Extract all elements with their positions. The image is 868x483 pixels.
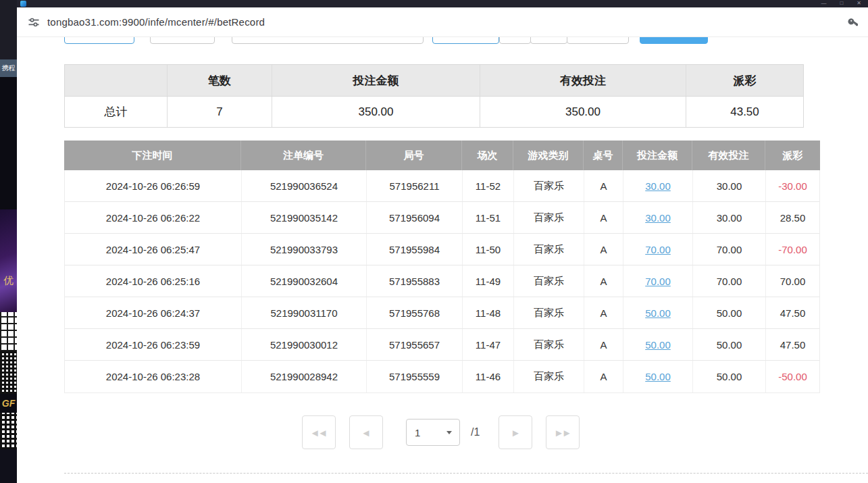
background-logo-label: GF [0,394,17,413]
game-type-cell: 百家乐 [514,170,584,201]
table-row: 2024-10-26 06:23:28 521990028942 5719555… [65,361,819,392]
summary-header-bet-amount: 投注金额 [272,65,480,96]
table-row: 2024-10-26 06:26:59 521990036524 5719562… [65,170,819,202]
payout-cell: -70.00 [766,234,819,265]
chevron-down-icon [446,431,452,434]
close-button[interactable]: ✕ [857,0,861,7]
table-no-cell: A [584,202,623,233]
order-no-cell: 521990035142 [242,202,367,233]
payout-cell: -30.00 [766,170,819,201]
bet-amount-link[interactable]: 50.00 [645,307,671,319]
background-segment [0,77,17,209]
bet-amount-link[interactable]: 70.00 [645,276,671,287]
bet-amount-cell: 50.00 [623,297,693,328]
summary-table: 笔数 投注金额 有效投注 派彩 总计 7 350.00 350.00 43.50 [64,64,804,128]
valid-bet-cell: 50.00 [693,329,766,360]
summary-header-valid-bet: 有效投注 [480,65,686,96]
filter-tab-button[interactable] [64,37,134,44]
pagination: ◄◄ ◄ 1 /1 ► ►► [302,415,580,449]
order-no-cell: 521990028942 [242,361,367,392]
url-text[interactable]: tongbao31.com:9900/infe/mcenter/#/betRec… [47,16,265,28]
header-bet-amount: 投注金额 [623,141,692,170]
order-no-cell: 521990032604 [242,265,367,297]
payout-cell: 70.00 [766,265,819,297]
session-cell: 11-51 [463,202,514,233]
round-no-cell: 571956211 [367,170,463,201]
table-no-cell: A [584,234,623,265]
summary-total-valid-bet: 350.00 [480,97,686,127]
search-input[interactable] [232,37,424,44]
game-type-cell: 百家乐 [514,234,584,265]
filter-box[interactable] [567,37,629,44]
round-no-cell: 571955883 [367,265,463,297]
filter-box[interactable] [530,37,567,44]
session-cell: 11-48 [463,297,514,328]
round-no-cell: 571956094 [367,202,463,233]
next-page-button[interactable]: ► [499,415,532,449]
minimize-button[interactable]: — [821,0,826,7]
game-type-cell: 百家乐 [514,329,584,360]
round-no-cell: 571955984 [367,234,463,265]
filter-select[interactable] [432,37,499,44]
payout-cell: 47.50 [766,329,819,360]
background-top-label: 携程 [0,59,17,77]
filter-box[interactable] [499,37,531,44]
password-key-icon[interactable] [848,16,860,28]
bet-amount-link[interactable]: 50.00 [645,371,671,382]
bet-time-cell: 2024-10-26 06:25:47 [65,234,242,265]
summary-total-row: 总计 7 350.00 350.00 43.50 [65,96,803,127]
session-cell: 11-52 [463,170,514,201]
game-type-cell: 百家乐 [514,202,584,233]
page-select[interactable]: 1 [406,419,460,446]
site-settings-icon[interactable] [27,16,41,29]
game-type-cell: 百家乐 [514,265,584,297]
bet-amount-link[interactable]: 30.00 [645,212,671,224]
session-cell: 11-50 [463,234,514,265]
header-valid-bet: 有效投注 [692,141,765,170]
qr-code-image [0,351,17,394]
order-no-cell: 521990033793 [242,234,367,265]
search-submit-button[interactable] [640,37,708,44]
bet-table-header-row: 下注时间 注单编号 局号 场次 游戏类别 桌号 投注金额 有效投注 派彩 [64,141,820,170]
total-pages-label: /1 [471,426,480,438]
bet-time-cell: 2024-10-26 06:26:22 [65,202,242,233]
maximize-button[interactable]: □ [840,0,843,7]
table-row: 2024-10-26 06:23:59 521990030012 5719556… [65,329,819,361]
bet-time-cell: 2024-10-26 06:26:59 [65,170,242,201]
background-page-strip: 携程 优 GF [0,0,17,483]
bet-time-cell: 2024-10-26 06:23:59 [65,329,242,360]
table-row: 2024-10-26 06:26:22 521990035142 5719560… [65,202,819,234]
summary-header-payout: 派彩 [686,65,803,96]
first-page-button[interactable]: ◄◄ [302,415,336,449]
game-type-cell: 百家乐 [514,297,584,328]
header-payout: 派彩 [765,141,820,170]
payout-cell: -50.00 [766,361,819,392]
prev-page-button[interactable]: ◄ [349,415,383,449]
summary-total-bet-amount: 350.00 [272,97,480,127]
bet-amount-cell: 30.00 [623,170,693,201]
dashed-divider [64,473,868,474]
page-content: 笔数 投注金额 有效投注 派彩 总计 7 350.00 350.00 43.50… [17,37,868,483]
bet-record-table: 下注时间 注单编号 局号 场次 游戏类别 桌号 投注金额 有效投注 派彩 202… [64,141,820,393]
bet-amount-cell: 50.00 [623,361,693,392]
bet-amount-link[interactable]: 30.00 [645,180,671,192]
order-no-cell: 521990036524 [242,170,367,201]
table-no-cell: A [584,170,623,201]
qr-code-image [0,312,17,351]
table-row: 2024-10-26 06:24:37 521990031170 5719557… [65,297,819,329]
session-cell: 11-47 [463,329,514,360]
filter-tab-button[interactable] [150,37,215,44]
last-page-button[interactable]: ►► [546,415,580,449]
header-session: 场次 [462,141,513,170]
valid-bet-cell: 30.00 [693,202,766,233]
valid-bet-cell: 70.00 [693,265,766,297]
bet-amount-cell: 70.00 [623,265,693,297]
tab-favicon-icon [20,1,26,7]
table-row: 2024-10-26 06:25:16 521990032604 5719558… [65,265,819,297]
background-promo-image [0,209,17,312]
bet-amount-link[interactable]: 50.00 [645,339,671,351]
header-table-no: 桌号 [584,141,623,170]
background-segment [0,449,17,483]
bet-time-cell: 2024-10-26 06:24:37 [65,297,242,328]
bet-amount-link[interactable]: 70.00 [645,244,671,255]
